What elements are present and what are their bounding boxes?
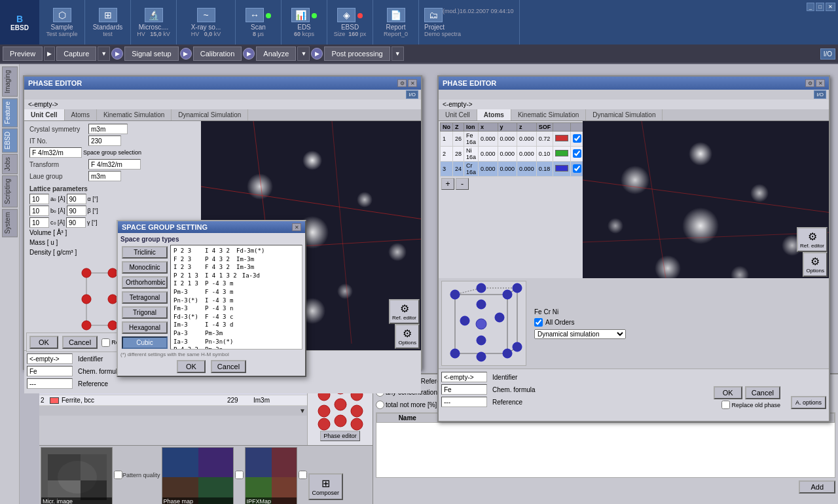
sg-cancel-btn[interactable]: Cancel [211, 360, 246, 373]
ok-right-btn[interactable]: OK [714, 386, 742, 399]
all-orders-check[interactable] [534, 318, 543, 327]
tab-atoms-left[interactable]: Atoms [65, 109, 97, 120]
calibration-btn[interactable]: Calibration [193, 46, 242, 61]
c0-input[interactable] [29, 217, 49, 228]
atom-check-3[interactable] [573, 164, 581, 173]
eds-section[interactable]: 📊 EDS 60 kcps [282, 0, 327, 45]
sg-hexagonal-btn[interactable]: Hexagonal [122, 321, 168, 334]
sg-ok-btn[interactable]: OK [177, 360, 206, 373]
replace-old-phase-left-check[interactable] [101, 338, 110, 347]
right-win-close[interactable]: ✕ [816, 79, 825, 87]
capture-circle[interactable]: ▶ [111, 48, 123, 60]
tab-dynamical-right[interactable]: Dynamical Simulation [586, 109, 663, 120]
atom-row-2[interactable]: 228Ni 16a0.0000.0000.0000.10 [441, 147, 584, 162]
sg-group-list[interactable]: P 2 3I 4 3 2Fd-3m(*) F 2 3P 4 3 2Im-3m I… [170, 245, 302, 350]
analyze-circle[interactable]: ▶ [311, 48, 323, 60]
sg-triclinic-btn[interactable]: Triclinic [122, 246, 168, 259]
chem-formula-right-input[interactable] [441, 384, 487, 395]
identifier-right-input[interactable] [441, 372, 487, 382]
b0-input[interactable] [29, 206, 49, 216]
pattern-quality-check[interactable] [114, 471, 122, 479]
ref-editor-right-btn[interactable]: ⚙ Ref. editor [797, 227, 828, 252]
ipfx-check[interactable] [299, 471, 307, 479]
atom-check-1[interactable] [573, 134, 581, 143]
transform-input[interactable] [88, 159, 141, 170]
tab-kinematic-left[interactable]: Kinematic Simulation [97, 109, 172, 120]
options-right-btn[interactable]: ⚙ Options [803, 252, 828, 277]
options-left-btn[interactable]: ⚙ Options [395, 324, 420, 349]
microscope-section[interactable]: 🔬 Microsc.... HV 15,0 kV [131, 0, 177, 45]
sample-section[interactable]: ⬡ Sample Test sample [39, 0, 85, 45]
atom-row-3[interactable]: 324Cr 16a0.0000.0000.0000.18 [441, 162, 584, 177]
sg-cubic-btn[interactable]: Cubic [122, 336, 168, 349]
sidebar-item-ebsd[interactable]: EBSD [2, 128, 18, 153]
sg-orthorhombic-btn[interactable]: Orthorhombic [122, 276, 168, 289]
phase-map-check[interactable] [235, 471, 244, 479]
project-section[interactable]: 🗂 (mod.) 16.02.2007 09:44:10 Project Dem… [419, 0, 520, 45]
capture-arrow[interactable]: ▼ [98, 46, 110, 61]
left-win-close[interactable]: ✕ [408, 79, 417, 87]
sidebar-item-system[interactable]: System [2, 209, 18, 237]
total-not-more-radio[interactable] [376, 401, 384, 409]
io-btn[interactable]: I/O [820, 48, 835, 60]
signal-circle[interactable]: ▶ [180, 48, 192, 60]
calibration-circle[interactable]: ▶ [243, 48, 255, 60]
signal-setup-btn[interactable]: Signal setup [124, 46, 179, 61]
sg-trigonal-btn[interactable]: Trigonal [122, 306, 168, 319]
maximize-btn[interactable]: □ [816, 3, 824, 11]
sidebar-item-imaging[interactable]: Imaging [2, 67, 18, 97]
tab-kinematic-right[interactable]: Kinematic Simulation [511, 109, 586, 120]
left-io-btn[interactable]: I/O [406, 90, 418, 99]
post-processing-btn[interactable]: Post processing [324, 46, 390, 61]
preview-btn[interactable]: Preview [3, 46, 43, 61]
right-io-btn[interactable]: I/O [814, 90, 826, 99]
xray-section[interactable]: ~ X-ray so... HV 0,0 kV [177, 0, 236, 45]
reference-right-input[interactable] [441, 397, 487, 407]
analyze-arrow[interactable]: ▼ [297, 46, 310, 61]
alpha-input[interactable] [67, 194, 86, 204]
cancel-left-btn[interactable]: Cancel [62, 336, 98, 349]
beta-input[interactable] [67, 206, 86, 216]
chem-formula-left-input[interactable] [27, 366, 73, 376]
sg-tetragonal-btn[interactable]: Tetragonal [122, 291, 168, 304]
phase-row-2[interactable]: 2 Ferrite, bcc 229 Im3m [39, 395, 307, 406]
a-options-right-btn[interactable]: A. options [791, 396, 826, 409]
add-btn[interactable]: Add [799, 480, 835, 494]
crystal-symmetry-input[interactable] [88, 124, 128, 134]
preview-arrow[interactable]: ▶ [44, 46, 55, 61]
replace-old-phase-right-check[interactable] [721, 401, 730, 409]
standards-section[interactable]: ⊞ Standards test [85, 0, 131, 45]
tab-dynamical-left[interactable]: Dynamical Simulation [172, 109, 248, 120]
it-no-input[interactable] [88, 135, 121, 146]
gamma-input[interactable] [66, 217, 86, 228]
sg-monoclinic-btn[interactable]: Monoclinic [122, 261, 168, 274]
report-section[interactable]: 📄 Report Report_0 [373, 0, 419, 45]
tab-unit-cell-left[interactable]: Unit Cell [24, 109, 65, 120]
atom-check-2[interactable] [573, 149, 581, 158]
sidebar-item-feature[interactable]: Feature [2, 98, 18, 127]
ebsd-section[interactable]: ◈ EBSD Size 160 px [327, 0, 373, 45]
remove-atom-btn[interactable]: - [456, 178, 469, 190]
minimize-btn[interactable]: _ [807, 3, 814, 11]
reference-left-input[interactable] [27, 378, 73, 389]
close-btn[interactable]: ✕ [826, 3, 835, 11]
sidebar-item-jobs[interactable]: Jobs [2, 154, 18, 174]
phase-editor-btn[interactable]: Phase editor [320, 431, 360, 441]
capture-btn[interactable]: Capture [56, 46, 96, 61]
composer-btn[interactable]: ⊞ Composer [308, 473, 344, 500]
right-win-settings[interactable]: ⚙ [805, 79, 814, 87]
laue-group-input[interactable] [88, 171, 121, 181]
sidebar-item-scripting[interactable]: Scripting [2, 175, 18, 207]
scan-section[interactable]: ↔ Scan 8 μs [236, 0, 282, 45]
tab-atoms-right[interactable]: Atoms [477, 109, 511, 120]
add-atom-btn[interactable]: + [441, 178, 454, 190]
ref-editor-left-btn[interactable]: ⚙ Ref. editor [389, 299, 420, 324]
dynamical-simulation-select[interactable]: Dynamical simulation [534, 329, 626, 339]
space-group-close-btn[interactable]: ✕ [292, 223, 301, 231]
post-processing-arrow[interactable]: ▼ [392, 46, 404, 61]
tab-unit-cell-right[interactable]: Unit Cell [439, 109, 477, 120]
left-win-settings[interactable]: ⚙ [397, 79, 407, 87]
a0-input[interactable] [29, 194, 49, 204]
cancel-right-btn[interactable]: Cancel [745, 386, 780, 399]
identifier-left-input[interactable] [27, 353, 73, 364]
